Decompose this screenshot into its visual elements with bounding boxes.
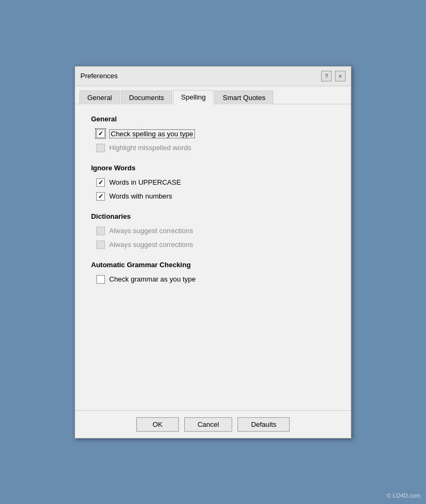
dialog-content: General Check spelling as you type Highl…	[75, 104, 351, 410]
section-dictionaries-title: Dictionaries	[91, 212, 335, 220]
defaults-button[interactable]: Defaults	[237, 417, 290, 432]
section-grammar-title: Automatic Grammar Checking	[91, 261, 335, 269]
tab-smart-quotes[interactable]: Smart Quotes	[215, 90, 273, 104]
words-numbers-checkbox[interactable]	[96, 192, 105, 201]
section-dictionaries: Dictionaries Always suggest corrections …	[91, 212, 335, 249]
dialog-title: Preferences	[80, 72, 118, 80]
words-numbers-label: Words with numbers	[109, 192, 172, 200]
title-bar-controls: ? ×	[321, 71, 346, 81]
always-suggest-label: Always suggest corrections	[109, 227, 193, 235]
words-uppercase-label: Words in UPPERCASE	[109, 178, 181, 186]
check-spelling-label: Check spelling as you type	[109, 129, 195, 138]
tab-general[interactable]: General	[79, 90, 120, 104]
suggest-main-dict-checkbox	[96, 241, 105, 249]
title-bar: Preferences ? ×	[75, 67, 351, 86]
help-button[interactable]: ?	[321, 71, 332, 81]
section-general-title: General	[91, 115, 335, 123]
option-check-grammar: Check grammar as you type	[91, 275, 335, 284]
highlight-misspelled-checkbox	[96, 144, 105, 152]
option-always-suggest: Always suggest corrections	[91, 227, 335, 235]
suggest-main-dict-checkbox-wrapper: Always suggest corrections	[96, 241, 193, 249]
close-button[interactable]: ×	[335, 71, 346, 81]
option-highlight-misspelled: Highlight misspelled words	[91, 144, 335, 152]
tabs-bar: General Documents Spelling Smart Quotes	[75, 86, 351, 104]
preferences-dialog: Preferences ? × General Documents Spelli…	[75, 66, 351, 439]
option-suggest-main-dict: Always suggest corrections	[91, 241, 335, 249]
dialog-footer: OK Cancel Defaults	[75, 410, 351, 438]
section-ignore-words: Ignore Words Words in UPPERCASE Words wi…	[91, 164, 335, 201]
always-suggest-checkbox	[96, 227, 105, 235]
words-uppercase-checkbox-wrapper[interactable]: Words in UPPERCASE	[96, 178, 181, 187]
check-spelling-checkbox-wrapper[interactable]: Check spelling as you type	[96, 129, 195, 138]
check-grammar-label: Check grammar as you type	[109, 275, 196, 283]
section-general: General Check spelling as you type Highl…	[91, 115, 335, 152]
check-spelling-checkbox[interactable]	[96, 129, 105, 138]
title-bar-left: Preferences	[80, 72, 118, 80]
check-grammar-checkbox-wrapper[interactable]: Check grammar as you type	[96, 275, 196, 284]
highlight-misspelled-checkbox-wrapper: Highlight misspelled words	[96, 144, 191, 152]
option-words-uppercase: Words in UPPERCASE	[91, 178, 335, 187]
words-numbers-checkbox-wrapper[interactable]: Words with numbers	[96, 192, 172, 201]
option-check-spelling: Check spelling as you type	[91, 129, 335, 138]
watermark: © LO4D.com	[387, 492, 421, 499]
cancel-button[interactable]: Cancel	[184, 417, 232, 432]
option-words-numbers: Words with numbers	[91, 192, 335, 201]
words-uppercase-checkbox[interactable]	[96, 178, 105, 187]
suggest-main-dict-label: Always suggest corrections	[109, 241, 193, 249]
ok-button[interactable]: OK	[136, 417, 179, 432]
check-grammar-checkbox[interactable]	[96, 275, 105, 284]
always-suggest-checkbox-wrapper: Always suggest corrections	[96, 227, 193, 235]
tab-spelling[interactable]: Spelling	[173, 90, 214, 104]
section-grammar: Automatic Grammar Checking Check grammar…	[91, 261, 335, 284]
highlight-misspelled-label: Highlight misspelled words	[109, 144, 191, 152]
section-ignore-words-title: Ignore Words	[91, 164, 335, 172]
tab-documents[interactable]: Documents	[121, 90, 172, 104]
